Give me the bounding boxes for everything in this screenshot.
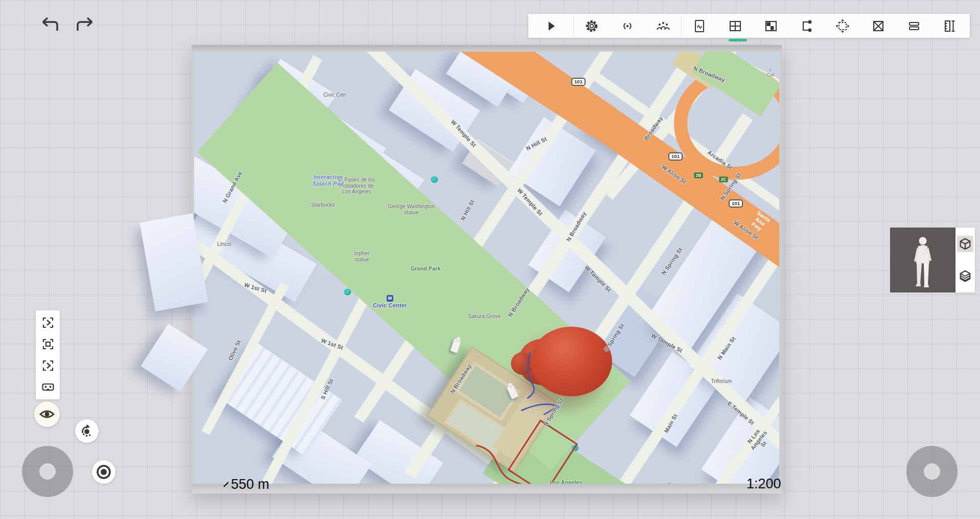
metro-m-icon: M [387, 295, 393, 302]
draw-tool-button[interactable] [682, 14, 717, 38]
spectators-button[interactable] [645, 14, 681, 38]
expand-chevron-icon [40, 315, 56, 330]
nodes-icon [799, 18, 814, 34]
grid-tool-icon [728, 18, 743, 34]
exit-badge: 2C [719, 177, 728, 183]
move-tool-button[interactable] [825, 14, 860, 38]
map-label: Interactive Splash Pad [312, 174, 343, 187]
map-label: Civic Center [373, 302, 407, 309]
map-label: S Hill St [319, 378, 335, 401]
play-icon [544, 19, 557, 33]
map-board: N Grand AveW Temple StN Hill StW Temple … [192, 45, 782, 493]
gear-icon [584, 18, 599, 34]
exit-badge: 2B [694, 173, 703, 178]
route-shield-101: 101 [729, 199, 743, 208]
recenter-button[interactable] [92, 460, 115, 484]
map-label: W Temple St [650, 332, 683, 354]
avatar-preview[interactable] [890, 228, 955, 292]
expand-chevron-icon [40, 358, 56, 373]
map-label: Olive St [227, 339, 242, 362]
history-controls [34, 14, 101, 37]
cube-icon [958, 237, 972, 251]
redo-icon [76, 16, 100, 35]
map-label: N Broadway [692, 65, 726, 83]
move-icon [835, 18, 850, 34]
map-label: Santa Ana Fwy [747, 209, 773, 235]
orbit-rotate-button[interactable] [75, 419, 99, 443]
metro-station: MCivic Center [373, 295, 407, 309]
active-tool-underline [729, 39, 747, 41]
broadcast-button[interactable] [610, 14, 645, 38]
undo-icon [35, 16, 59, 35]
map-label: W Temple St [516, 187, 544, 217]
look-joystick[interactable] [906, 446, 958, 497]
map-viewport[interactable]: N Grand AveW Temple StN Hill StW Temple … [194, 52, 779, 484]
map-label: W Temple St [450, 119, 477, 149]
layers-view-button[interactable] [957, 268, 973, 284]
nodes-tool-button[interactable] [789, 14, 825, 38]
move-joystick[interactable] [22, 446, 73, 497]
delete-tool-button[interactable] [860, 14, 896, 38]
stack-icon [906, 18, 922, 34]
map-label: N Spring St [603, 323, 625, 353]
map-label: El Paseo de los Pobladores de Los Angele… [338, 177, 376, 195]
settings-button[interactable] [574, 14, 610, 38]
redo-button[interactable] [75, 14, 101, 37]
vr-headset-button[interactable] [37, 376, 59, 398]
view-mode-strip [955, 228, 975, 292]
map-label: E Temple St [726, 400, 755, 426]
map-label: W Aliso St [732, 219, 759, 241]
map-label: W 1st St [320, 337, 344, 351]
layered-cube-icon [958, 269, 972, 283]
undo-button[interactable] [34, 14, 60, 37]
map-label: N Spring St [542, 397, 565, 427]
map-label: N Los Angeles St [744, 425, 773, 455]
map-label: Sakura Grove [468, 313, 501, 320]
route-shield-101: 101 [571, 78, 586, 86]
frame-selection-button[interactable] [37, 333, 59, 355]
map-label: Lincol [217, 241, 231, 247]
map-label: N Broadway [565, 210, 588, 242]
map-label: Main St [663, 413, 679, 434]
grid-tool-button[interactable] [717, 14, 753, 38]
scale-tick-icon [223, 481, 230, 488]
spectators-icon [655, 18, 671, 34]
target-icon [95, 463, 112, 481]
map-label: Triforium [711, 378, 732, 385]
map-scale-label: 550 m [231, 477, 269, 492]
top-toolbar [528, 14, 970, 38]
left-toolbar [36, 310, 60, 399]
canvas-background: N Grand AveW Temple StN Hill StW Temple … [0, 0, 980, 519]
map-label: N Main St [716, 335, 737, 361]
map-label: N Broadway [449, 363, 473, 395]
map-label: W Aliso St [660, 164, 687, 185]
expand-view-button[interactable] [37, 312, 59, 333]
route-shield-101: 101 [668, 152, 683, 161]
map-label: L Cul [767, 67, 774, 78]
zoom-ratio-label: 1:200 [746, 476, 781, 492]
map-label: topher statue [354, 251, 369, 262]
map-label: Los Angeles City Hall Park [548, 479, 585, 484]
map-label: N Grand Ave [221, 170, 243, 204]
vr-headset-icon [40, 379, 56, 395]
tiles-icon [763, 18, 779, 34]
tiles-tool-button[interactable] [753, 14, 789, 38]
play-button[interactable] [528, 14, 573, 38]
stack-tool-button[interactable] [896, 14, 932, 38]
map-label: Arcadia St [706, 149, 733, 171]
orbit-icon [79, 423, 95, 439]
map-label: Grand Park [411, 265, 441, 272]
map-label: Broadway [643, 115, 664, 142]
map-label: N Hill St [525, 136, 548, 152]
measure-tool-button[interactable] [932, 14, 968, 38]
visibility-button[interactable] [34, 401, 60, 427]
map-label: Starbucks [311, 202, 335, 208]
draw-pen-icon [692, 18, 707, 34]
map-label: Civic Cen [323, 92, 346, 98]
send-to-view-button[interactable] [37, 355, 59, 376]
cube-view-button[interactable] [957, 236, 973, 252]
map-label: W 1st St [244, 282, 268, 295]
delete-icon [871, 18, 886, 34]
broadcast-icon [620, 18, 635, 34]
human-figure [906, 235, 939, 292]
